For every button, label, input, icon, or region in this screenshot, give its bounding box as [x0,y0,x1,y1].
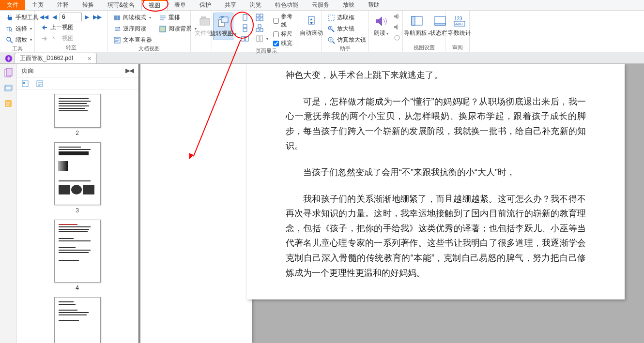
word-count-button[interactable]: 123ABC 字数统计 [449,13,470,39]
layout-dual-button[interactable] [254,13,270,22]
group-label-viewset: 视图设置 [407,44,441,51]
autoscroll-button[interactable]: 自动滚动 [301,13,322,39]
thumbnail-page-4[interactable]: 4 [16,220,138,291]
ref-line-label: 参考线 [281,13,293,29]
prev-view-button[interactable]: 上一视图 [39,22,103,32]
close-tab-button[interactable]: × [88,55,92,62]
menu-home[interactable]: 主页 [25,0,50,10]
sim-magnifier-button[interactable]: 仿真放大镜 [325,35,368,45]
menu-help[interactable]: 帮助 [361,0,386,10]
svg-rect-16 [256,18,259,21]
word-count-label: 字数统计 [448,29,471,37]
layout-continuous-button[interactable] [239,23,251,33]
nav-panel-icon [410,15,424,28]
speaker-icon [374,15,388,28]
read-aloud-button[interactable]: 朗读▾ [373,13,389,39]
svg-rect-14 [256,14,259,17]
next-view-label: 下一视图 [50,34,74,43]
group-label-autoscroll [301,44,317,51]
document-tab-label: 正面管教_D1662.pdf [20,54,73,62]
text-viewer-button[interactable]: 文本查看器 [111,35,154,45]
zoom-label: 缩放 [15,36,27,44]
package-icon [198,15,212,28]
svg-line-31 [333,42,335,44]
wordcount-icon: 123ABC [453,15,466,28]
menu-fillsign[interactable]: 填写&签名 [101,0,141,10]
menu-protect[interactable]: 保护 [193,0,218,10]
prev-page-button[interactable]: ◀ [51,14,58,20]
collapse-panel-button[interactable]: ▶◀ [125,67,133,74]
pages-thumbnails[interactable]: 2 3 4 [16,90,138,343]
menu-bar: 文件 主页 注释 转换 填写&签名 视图 表单 保护 共享 浏览 特色功能 云服… [0,0,644,11]
pages-panel-tools [16,77,138,90]
linewidth-checkbox[interactable]: 线宽 [273,39,293,47]
marquee-button[interactable]: 选取框 [325,13,368,23]
prev-view-label: 上一视图 [50,23,74,31]
rotate-view-button[interactable]: 旋转视图▾ [213,13,233,40]
ribbon-group-goto: ◀◀ ◀ ▶ ▶▶ 上一视图 下一视图 转至 [35,11,107,52]
document-view[interactable]: 神色大变，从手术台上跳下来就逃走了。 可是，怎样做才能成为一个“懂行”的妈妈呢？… [138,64,644,343]
thumb-tool-2-icon[interactable] [36,80,44,88]
menu-features[interactable]: 特色功能 [268,0,305,10]
svg-rect-24 [328,15,334,21]
group-label-filepkg [195,44,208,51]
read-mode-button[interactable]: 阅读模式▾ [111,13,154,23]
thumb-num-3: 3 [76,207,79,214]
svg-line-2 [10,41,13,43]
layout-cover-button[interactable] [254,23,270,33]
vol-down-icon[interactable] [393,23,401,31]
group-label-docview: 文档视图 [111,45,186,52]
svg-text:123: 123 [454,16,462,21]
menu-browse[interactable]: 浏览 [243,0,268,10]
svg-rect-36 [435,23,445,25]
next-view-button[interactable]: 下一视图 [39,33,103,44]
page-number-input[interactable] [60,13,82,21]
svg-rect-9 [243,15,247,20]
thumb-num-4: 4 [76,284,79,291]
svg-rect-8 [221,17,228,23]
layout-more-button[interactable]: ▾ [254,34,270,44]
svg-rect-47 [23,82,25,84]
last-page-button[interactable]: ▶▶ [92,14,103,20]
ruler-label: 标尺 [281,30,292,38]
group-label-assistant: 助手 [325,45,365,52]
ribbon: 手型工具 T 选择▾ 缩放▾ 工具 ◀◀ ◀ ▶ ▶▶ 上 [0,11,644,52]
vol-up-icon[interactable] [393,13,401,20]
ruler-checkbox[interactable]: 标尺 [273,30,293,38]
svg-rect-34 [412,16,415,25]
menu-annotate[interactable]: 注释 [50,0,76,10]
next-page-button[interactable]: ▶ [84,14,90,20]
menu-view[interactable]: 视图 [141,0,168,10]
svg-point-30 [330,39,332,41]
next-view-icon [41,35,48,43]
side-bookmark-icon[interactable] [3,99,14,109]
menu-form[interactable]: 表单 [168,0,193,10]
svg-rect-10 [243,25,247,28]
thumbnail-page-5[interactable] [16,297,138,343]
first-page-button[interactable]: ◀◀ [39,14,49,20]
ribbon-group-docview: 阅读模式▾ 逆序阅读 文本查看器 重排 阅读背景▾ 文档视图 [107,11,191,52]
layout-single-button[interactable] [239,13,251,22]
reverse-read-button[interactable]: 逆序阅读 [111,24,154,34]
svg-rect-17 [260,18,263,21]
thumbnail-page-3[interactable]: 3 [16,142,138,214]
thumbnail-page-2[interactable]: 2 [16,94,138,136]
menu-file[interactable]: 文件 [0,0,25,10]
side-pages-icon[interactable] [3,68,14,78]
magnifier-button[interactable]: 放大镜 [325,24,368,34]
reverse-icon [113,25,121,33]
thumb-tool-1-icon[interactable] [21,80,29,88]
read-bg-label: 阅读背景 [169,25,192,33]
menu-slideshow[interactable]: 放映 [336,0,361,10]
reflow-icon [159,14,167,22]
facing-icon [241,35,249,43]
nav-panel-button[interactable]: 导航面板▾ [407,13,427,39]
vol-set-icon[interactable] [393,34,401,42]
layout-facing-button[interactable] [239,34,251,44]
menu-cloud[interactable]: 云服务 [305,0,336,10]
menu-share[interactable]: 共享 [218,0,243,10]
ref-line-checkbox[interactable]: 参考线 [273,13,293,29]
document-tab[interactable]: 正面管教_D1662.pdf × [15,53,97,63]
menu-convert[interactable]: 转换 [76,0,101,10]
side-layers-icon[interactable] [3,83,14,94]
